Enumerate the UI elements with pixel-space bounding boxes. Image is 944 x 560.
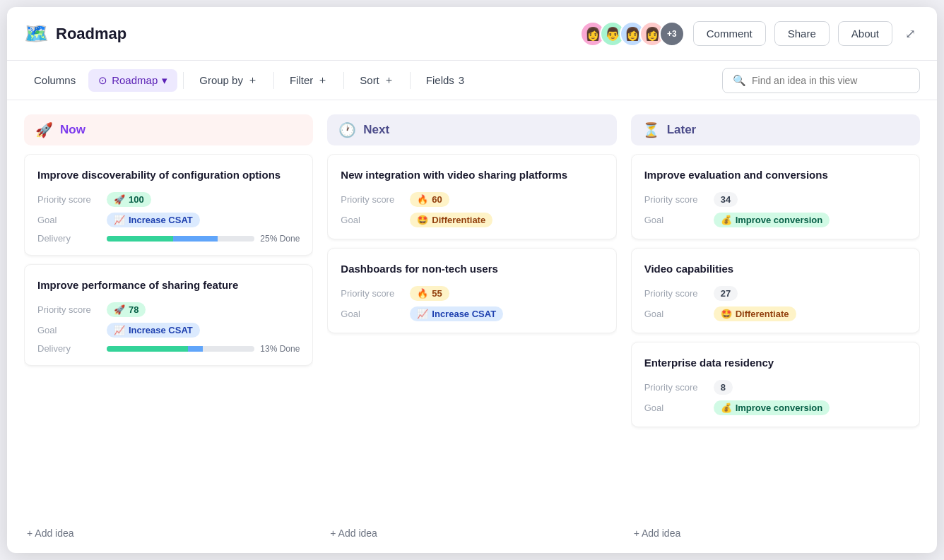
card-now-1-title: Improve discoverability of configuration…	[37, 167, 300, 182]
goal-emoji: 💰	[721, 403, 732, 413]
card-now-1-delivery-row: Delivery 25% Done	[37, 233, 300, 244]
card-later-1-title: Improve evaluation and conversions	[644, 167, 907, 182]
column-next-header: 🕐 Next	[327, 114, 616, 145]
goal-badge: 🤩 Differentiate	[410, 213, 492, 227]
delivery-label: Delivery	[37, 343, 101, 354]
header: 🗺️ Roadmap 👩 👨 👩 👩 +3 Comment Share Abou…	[7, 7, 937, 61]
add-idea-later[interactable]: + Add idea	[631, 516, 920, 539]
priority-value: 27	[721, 288, 731, 299]
card-later-1-goal-row: Goal 💰 Improve conversion	[644, 213, 907, 227]
priority-value: 78	[129, 304, 138, 315]
columns-button[interactable]: Columns	[24, 69, 85, 91]
goal-emoji: 📈	[114, 215, 125, 225]
delivery-label: Delivery	[37, 233, 101, 244]
filter-add-icon: ＋	[317, 73, 328, 87]
priority-label: Priority score	[341, 288, 404, 299]
column-later-cards: Improve evaluation and conversions Prior…	[631, 154, 920, 516]
goal-value: Improve conversion	[736, 215, 823, 225]
priority-value: 100	[129, 194, 144, 205]
card-now-2: Improve performance of sharing feature P…	[24, 264, 313, 366]
priority-label: Priority score	[37, 194, 101, 205]
sort-label: Sort	[360, 74, 379, 86]
delivery-progress-bar	[107, 236, 254, 242]
card-next-2-priority-row: Priority score 🔥 55	[341, 286, 603, 301]
toolbar-divider-3	[343, 72, 344, 89]
priority-label: Priority score	[644, 194, 708, 205]
goal-label: Goal	[341, 215, 404, 225]
group-by-add-icon: ＋	[247, 73, 258, 87]
delivery-text: 25% Done	[260, 234, 300, 244]
card-later-1-priority-row: Priority score 34	[644, 192, 907, 207]
card-next-1-title: New integration with video sharing platf…	[341, 167, 603, 182]
group-by-button[interactable]: Group by ＋	[189, 68, 268, 92]
priority-badge: 8	[714, 380, 733, 395]
priority-emoji: 🚀	[114, 304, 125, 315]
column-next-cards: New integration with video sharing platf…	[327, 154, 616, 516]
logo-emoji: 🗺️	[24, 22, 49, 45]
goal-badge: 📈 Increase CSAT	[107, 213, 200, 227]
priority-value: 8	[721, 382, 726, 393]
search-box[interactable]: 🔍	[722, 68, 920, 93]
about-button[interactable]: About	[838, 21, 892, 46]
goal-emoji: 💰	[721, 215, 732, 225]
card-next-2-goal-row: Goal 📈 Increase CSAT	[341, 306, 603, 321]
card-now-2-title: Improve performance of sharing feature	[37, 278, 300, 292]
board: 🚀 Now Improve discoverability of configu…	[7, 100, 937, 553]
goal-emoji: 🤩	[721, 309, 732, 319]
column-now-cards: Improve discoverability of configuration…	[24, 154, 313, 516]
expand-button[interactable]: ⤢	[901, 22, 920, 46]
goal-badge: 📈 Increase CSAT	[107, 323, 200, 338]
app-title: Roadmap	[56, 25, 126, 43]
card-next-2: Dashboards for non-tech users Priority s…	[327, 248, 616, 333]
goal-badge: 🤩 Differentiate	[714, 306, 796, 321]
columns-label: Columns	[34, 74, 76, 86]
goal-emoji: 🤩	[417, 215, 428, 225]
column-later-emoji: ⏳	[642, 121, 660, 138]
card-now-1: Improve discoverability of configuration…	[24, 154, 313, 256]
goal-badge: 📈 Increase CSAT	[410, 306, 503, 321]
fields-button[interactable]: Fields 3	[416, 69, 474, 91]
delivery-progress-bar	[107, 346, 254, 352]
card-later-2-goal-row: Goal 🤩 Differentiate	[644, 306, 907, 321]
goal-value: Differentiate	[736, 309, 789, 319]
column-next: 🕐 Next New integration with video sharin…	[327, 114, 616, 539]
card-now-1-priority-row: Priority score 🚀 100	[37, 192, 300, 207]
toolbar-divider	[183, 72, 184, 89]
add-idea-now[interactable]: + Add idea	[24, 516, 313, 539]
search-input[interactable]	[752, 75, 909, 86]
sort-button[interactable]: Sort ＋	[350, 68, 404, 92]
card-next-2-title: Dashboards for non-tech users	[341, 261, 603, 276]
priority-value: 34	[721, 194, 731, 205]
add-idea-next[interactable]: + Add idea	[327, 516, 616, 539]
card-next-1-goal-row: Goal 🤩 Differentiate	[341, 213, 603, 227]
goal-value: Increase CSAT	[432, 309, 496, 319]
toolbar-divider-4	[410, 72, 411, 89]
priority-emoji: 🔥	[417, 194, 428, 205]
roadmap-label: Roadmap	[112, 74, 158, 86]
filter-button[interactable]: Filter ＋	[280, 68, 338, 92]
priority-badge: 🚀 100	[107, 192, 151, 207]
goal-label: Goal	[341, 309, 404, 319]
roadmap-dropdown[interactable]: ⊙ Roadmap ▾	[88, 69, 177, 92]
search-icon: 🔍	[733, 74, 746, 87]
priority-badge: 27	[714, 286, 738, 301]
card-later-2: Video capabilities Priority score 27 Goa…	[631, 248, 920, 333]
priority-label: Priority score	[644, 288, 708, 299]
goal-label: Goal	[37, 215, 101, 225]
app-window: 🗺️ Roadmap 👩 👨 👩 👩 +3 Comment Share Abou…	[7, 7, 937, 553]
header-right: 👩 👨 👩 👩 +3 Comment Share About ⤢	[580, 21, 920, 47]
comment-button[interactable]: Comment	[693, 21, 766, 46]
goal-badge: 💰 Improve conversion	[714, 400, 830, 415]
column-now-label: Now	[60, 123, 85, 137]
goal-value: Increase CSAT	[129, 325, 193, 335]
card-later-3-title: Enterprise data residency	[644, 355, 907, 370]
priority-value: 60	[432, 194, 442, 205]
goal-label: Goal	[644, 309, 708, 319]
fields-label: Fields	[426, 74, 454, 86]
fields-count-badge: 3	[459, 74, 464, 86]
share-button[interactable]: Share	[774, 21, 830, 46]
avatar-extra-count: +3	[659, 21, 685, 47]
column-later-header: ⏳ Later	[631, 114, 920, 145]
sort-add-icon: ＋	[384, 73, 394, 87]
card-later-3-goal-row: Goal 💰 Improve conversion	[644, 400, 907, 415]
